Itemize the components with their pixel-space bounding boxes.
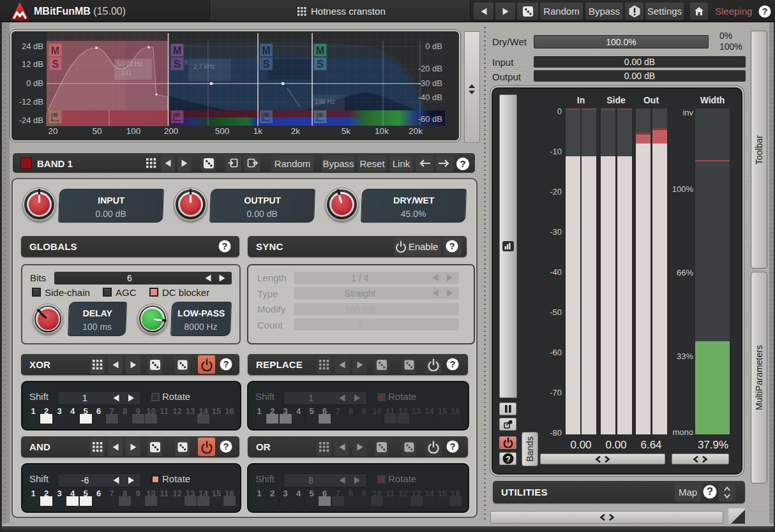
svg-text:?: ?	[449, 241, 455, 251]
svg-text:?: ?	[450, 441, 456, 452]
svg-text:Enable: Enable	[409, 241, 439, 252]
svg-text:Straight: Straight	[345, 288, 375, 299]
svg-text:S: S	[263, 59, 270, 70]
svg-text:M: M	[316, 45, 324, 56]
svg-text:?: ?	[223, 441, 229, 452]
svg-text:?: ?	[450, 359, 456, 369]
svg-text:?: ?	[222, 241, 228, 251]
svg-text:M: M	[262, 45, 270, 56]
svg-text:-6: -6	[81, 475, 89, 485]
svg-text:100.0%: 100.0%	[345, 304, 375, 314]
svg-text:M: M	[173, 45, 181, 56]
svg-text:S: S	[52, 59, 59, 70]
svg-text:1: 1	[357, 320, 363, 330]
svg-text:1: 1	[82, 393, 87, 403]
svg-text:?: ?	[707, 485, 713, 497]
svg-text:2.7 kHz: 2.7 kHz	[193, 63, 215, 70]
svg-text:198 Hz: 198 Hz	[315, 98, 335, 105]
svg-text:?: ?	[223, 359, 229, 369]
svg-text:141: 141	[121, 70, 132, 77]
svg-text:50/70 Hz: 50/70 Hz	[117, 61, 142, 68]
svg-text:S: S	[174, 59, 181, 70]
svg-text:8: 8	[308, 475, 313, 485]
svg-text:?: ?	[460, 158, 465, 169]
svg-text:6: 6	[184, 59, 188, 66]
svg-text:1 / 4: 1 / 4	[351, 272, 368, 283]
svg-text:?: ?	[762, 6, 768, 17]
svg-text:M: M	[51, 45, 59, 56]
svg-text:S: S	[317, 59, 324, 70]
svg-text:1: 1	[308, 393, 313, 403]
svg-text:6: 6	[127, 273, 132, 283]
